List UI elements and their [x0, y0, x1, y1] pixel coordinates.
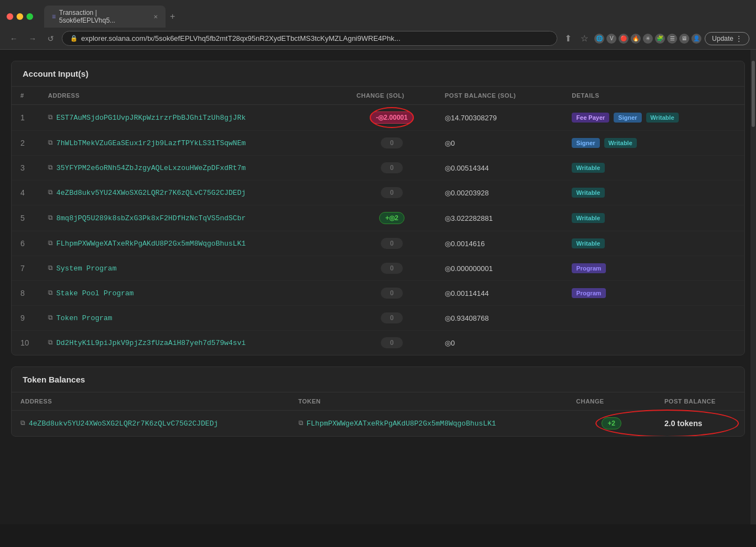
copy-icon[interactable]: ⧉	[48, 264, 53, 272]
ext-icon-3[interactable]: 🔴	[619, 34, 629, 44]
row-num: 9	[12, 306, 39, 331]
ext-icon-5[interactable]: ✳	[643, 34, 653, 44]
detail-badge: Writable	[572, 188, 604, 198]
ext-icon-1[interactable]: 🌐	[594, 34, 604, 44]
active-tab[interactable]: ≡ Transaction | 5sok6efEPLVhq5... ✕	[44, 6, 166, 28]
address-link[interactable]: ⧉FLhpmPXWWgeXATxeRkPgAKdU8P2Gx5mM8WqgoBh…	[48, 240, 339, 248]
tab-close-button[interactable]: ✕	[153, 14, 158, 20]
detail-badge: Program	[572, 288, 605, 298]
address-link[interactable]: ⧉7hWLbTMekVZuGEaSEux1r2jb9LazfTPYkLS31TS…	[48, 139, 339, 147]
copy-icon[interactable]: ⧉	[48, 240, 53, 247]
change-cell: -◎2.00001	[356, 111, 427, 124]
copy-icon[interactable]: ⧉	[20, 419, 25, 427]
change-cell: 0	[356, 137, 427, 148]
details-cell: Writable	[563, 156, 744, 180]
table-row: 6⧉FLhpmPXWWgeXATxeRkPgAKdU8P2Gx5mM8WqgoB…	[12, 231, 744, 256]
col-header-post-balance: POST BALANCE (SOL)	[436, 87, 563, 105]
table-row: 7⧉System Program0◎0.000000001Program	[12, 256, 744, 281]
scrollbar[interactable]	[750, 50, 756, 524]
scrollbar-thumb	[752, 61, 755, 127]
change-cell: 0	[356, 238, 427, 249]
detail-badge: Signer	[572, 138, 599, 148]
post-balance-cell: ◎0.93408768	[436, 306, 563, 331]
address-link[interactable]: ⧉4eZBd8ukv5YU24XWoSXG2LQR2r7K6zQLvC75G2C…	[48, 189, 339, 197]
address-link[interactable]: ⧉4eZBd8ukv5YU24XWoSXG2LQR2r7K6zQLvC75G2C…	[20, 419, 281, 428]
browser-chrome: ≡ Transaction | 5sok6efEPLVhq5... ✕ + ← …	[0, 0, 756, 50]
copy-icon[interactable]: ⧉	[48, 139, 53, 147]
col-header-address: ADDRESS	[39, 87, 348, 105]
change-cell: 0	[356, 288, 427, 299]
token-balances-title: Token Balances	[12, 367, 744, 392]
token-col-header-address: ADDRESS	[12, 392, 290, 411]
address-link[interactable]: ⧉8mq8jPQ5U289k8sbZxG3Pk8xF2HDfHzNcTqVS5n…	[48, 214, 339, 222]
post-balance-cell: ◎0.00114144	[436, 281, 563, 306]
account-inputs-table: # ADDRESS CHANGE (SOL) POST BALANCE (SOL…	[12, 87, 744, 355]
row-num: 10	[12, 331, 39, 355]
url-text: explorer.solana.com/tx/5sok6efEPLVhq5fb2…	[81, 34, 401, 43]
page-content: Account Input(s) # ADDRESS CHANGE (SOL) …	[0, 50, 756, 524]
close-button[interactable]	[7, 13, 13, 20]
address-link[interactable]: ⧉System Program	[48, 264, 339, 273]
copy-icon[interactable]: ⧉	[48, 314, 53, 322]
copy-icon[interactable]: ⧉	[48, 289, 53, 297]
token-link[interactable]: ⧉FLhpmPXWWgeXATxeRkPgAKdU8P2Gx5mM8WqgoBh…	[299, 419, 559, 428]
update-button[interactable]: Update ⋮	[705, 32, 749, 45]
change-cell: 0	[356, 337, 427, 348]
ext-icon-2[interactable]: V	[606, 34, 616, 44]
bookmark-button[interactable]: ☆	[578, 31, 591, 45]
address-link[interactable]: ⧉35YFYPM2e6oRNh54ZbJzgyAQLeLxzouHWeZpDFx…	[48, 164, 339, 172]
back-button[interactable]: ←	[7, 32, 21, 45]
change-badge: 0	[381, 238, 403, 249]
address-link[interactable]: ⧉EST7AuMSjdoPG1UvpJRKpWzirzrPbBJGhiTzUh8…	[48, 114, 339, 122]
change-cell: 0	[356, 263, 427, 274]
row-num: 6	[12, 231, 39, 256]
new-tab-button[interactable]: +	[166, 9, 179, 24]
post-balance-cell: ◎0	[436, 331, 563, 355]
address-link[interactable]: ⧉Token Program	[48, 314, 339, 322]
row-num: 7	[12, 256, 39, 281]
token-post-balance-cell: 2.0 tokens	[656, 411, 744, 437]
detail-badge: Writable	[572, 163, 604, 173]
ext-icon-9[interactable]: 👤	[691, 34, 701, 44]
copy-icon[interactable]: ⧉	[48, 114, 53, 121]
address-link[interactable]: ⧉Dd2HtyK1L9piJpkV9pjZz3fUzaAiH87yeh7d579…	[48, 339, 339, 347]
ext-icon-7[interactable]: ☰	[667, 34, 677, 44]
maximize-button[interactable]	[26, 13, 33, 20]
ext-icon-6[interactable]: 🧩	[655, 34, 665, 44]
extension-icons: 🌐 V 🔴 🔥 ✳ 🧩 ☰ 🖥 👤	[594, 34, 701, 44]
copy-icon[interactable]: ⧉	[48, 164, 53, 172]
detail-badge: Fee Payer	[572, 113, 609, 123]
address-link[interactable]: ⧉Stake Pool Program	[48, 289, 339, 298]
copy-icon[interactable]: ⧉	[48, 339, 53, 347]
post-balance-cell: ◎3.022282881	[436, 205, 563, 231]
copy-icon[interactable]: ⧉	[299, 419, 304, 427]
forward-button[interactable]: →	[25, 32, 40, 45]
ext-icon-4[interactable]: 🔥	[631, 34, 641, 44]
change-badge: 0	[381, 162, 403, 173]
post-balance-cell: ◎14.700308279	[436, 105, 563, 131]
tab-title: Transaction | 5sok6efEPLVhq5...	[59, 9, 150, 24]
detail-badge: Writable	[572, 213, 604, 223]
account-inputs-title: Account Input(s)	[12, 61, 744, 87]
change-badge: -◎2.00001	[370, 111, 413, 124]
ext-icon-8[interactable]: 🖥	[679, 34, 689, 44]
change-badge: 0	[381, 288, 403, 299]
post-balance-cell: ◎0.00514344	[436, 156, 563, 180]
minimize-button[interactable]	[17, 13, 23, 20]
details-cell: Program	[563, 256, 744, 281]
row-num: 2	[12, 131, 39, 156]
details-cell: Program	[563, 281, 744, 306]
post-balance-value: 2.0 tokens	[664, 419, 702, 428]
row-num: 4	[12, 180, 39, 205]
post-balance-cell: ◎0	[436, 131, 563, 156]
share-button[interactable]: ⬆	[562, 31, 574, 45]
table-row: 4⧉4eZBd8ukv5YU24XWoSXG2LQR2r7K6zQLvC75G2…	[12, 180, 744, 205]
refresh-button[interactable]: ↺	[44, 32, 57, 45]
url-bar[interactable]: 🔒 explorer.solana.com/tx/5sok6efEPLVhq5f…	[62, 31, 557, 46]
table-row: 8⧉Stake Pool Program0◎0.00114144Program	[12, 281, 744, 306]
copy-icon[interactable]: ⧉	[48, 189, 53, 197]
detail-badge: Writable	[604, 138, 637, 148]
copy-icon[interactable]: ⧉	[48, 214, 53, 222]
post-balance-cell: ◎0.000000001	[436, 256, 563, 281]
col-header-num: #	[12, 87, 39, 105]
